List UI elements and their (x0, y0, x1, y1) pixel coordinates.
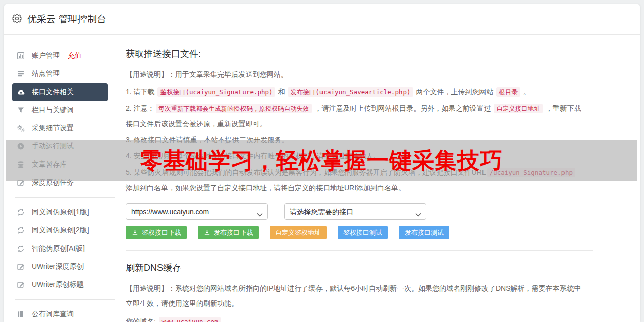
sidebar-item-label: 采集细节设置 (32, 124, 74, 133)
button-label: 鉴权接口测试 (343, 228, 382, 237)
sync-icon (17, 245, 25, 253)
sidebar-item-synonym-v1[interactable]: 同义词伪原创[1版] (12, 203, 108, 221)
edit-icon (17, 263, 25, 271)
instruction-text: 。 (521, 88, 530, 96)
buttons-row: 鉴权接口下载发布接口下载自定义鉴权地址鉴权接口测试发布接口测试 (126, 226, 640, 239)
sidebar-item-ai-rewrite[interactable]: 智能伪原创[AI版] (12, 239, 108, 258)
instruction-text: 1. 请下载 (126, 88, 156, 96)
code-snippet: 发布接口(ucaiyun_Savearticle.php) (288, 87, 413, 97)
domain-line: 您的域名: www.ucaiyun.com (126, 314, 581, 322)
site-select-wrap: https://www.ucaiyun.com (126, 203, 268, 220)
sidebar-item-account[interactable]: 账户管理充值 (12, 47, 108, 65)
publish-download-button[interactable]: 发布接口下载 (198, 226, 259, 239)
promo-overlay: 零基础学习，轻松掌握一键采集技巧 (6, 140, 637, 181)
instruction-text: ，请注意及时上传到网站根目录。另外，如果之前设置过 (313, 104, 493, 112)
sidebar-item-label: 同义词伪原创[1版] (32, 208, 89, 217)
app-header: 优采云 管理控制台 (4, 4, 640, 35)
code-snippet: 鉴权接口(ucaiyun_Signature.php) (157, 87, 275, 97)
sidebar-item-uwriter-deep[interactable]: UWriter深度原创 (12, 258, 108, 276)
sidebar-item-label: 公有词库查询 (32, 310, 74, 319)
domain-label: 您的域名: (126, 317, 156, 322)
auth-test-button[interactable]: 鉴权接口测试 (338, 226, 388, 239)
instruction-text: 2. 注意： (126, 104, 155, 112)
gears-icon (17, 124, 25, 132)
recharge-badge[interactable]: 充值 (68, 51, 82, 60)
selects-row: https://www.ucaiyun.com 请选择您需要的接口 (126, 203, 640, 220)
code-snippet: 自定义接口地址 (494, 104, 543, 113)
domain-value: www.ucaiyun.com (159, 317, 221, 322)
sidebar-item-columns-keywords[interactable]: 栏目与关键词 (12, 101, 108, 119)
sidebar-item-uwriter-title[interactable]: UWriter原创标题 (12, 276, 108, 294)
sync-icon (17, 208, 25, 216)
sidebar-item-label: 栏目与关键词 (32, 106, 74, 115)
auth-download-button[interactable]: 鉴权接口下载 (126, 226, 187, 239)
edit-icon (17, 281, 25, 289)
button-label: 发布接口下载 (214, 228, 253, 237)
sidebar-divider (15, 197, 115, 198)
sidebar-item-label: 同义词伪原创[2版] (32, 226, 89, 235)
download-icon (131, 229, 139, 236)
instruction-text: 和 (276, 88, 287, 96)
instruction-line: 1. 请下载 鉴权接口(ucaiyun_Signature.php) 和 发布接… (126, 84, 581, 100)
sidebar-item-sites[interactable]: 站点管理 (12, 65, 108, 83)
sidebar-item-label: 账户管理 (32, 51, 60, 60)
sidebar-item-label: 接口文件相关 (32, 88, 74, 97)
instruction-line: 2. 注意：每次重新下载都会生成新的授权码，原授权码自动失效 ，请注意及时上传到… (126, 101, 581, 131)
sidebar-divider (15, 299, 115, 300)
interface-select[interactable]: 请选择您需要的接口 (284, 203, 426, 220)
sidebar-item-synonym-v2[interactable]: 同义词伪原创[2版] (12, 221, 108, 239)
usage-note: 【用途说明】：用于文章采集完毕后发送到您网站。 (126, 67, 581, 82)
instruction-text: 添加到白名单，如果您设置了自定义接口地址，请将自定义的接口地址URI添加到白名单… (126, 184, 406, 192)
dns-usage-note: 【用途说明】：系统对您的网站域名所指向的IP地址进行了缓存，默认每6小时自动刷新… (126, 281, 581, 311)
code-snippet: 每次重新下载都会生成新的授权码，原授权码自动失效 (156, 104, 312, 113)
interface-select-wrap: 请选择您需要的接口 (284, 203, 426, 220)
button-label: 发布接口测试 (405, 228, 444, 237)
sidebar-item-public-thesaurus[interactable]: 公有词库查询 (12, 305, 108, 322)
instruction-text: 两个文件，上传到您网站 (414, 88, 496, 96)
book-icon (17, 310, 25, 318)
promo-text: 零基础学习，轻松掌握一键采集技巧 (140, 146, 503, 176)
site-select[interactable]: https://www.ucaiyun.com (126, 203, 268, 220)
code-snippet: 根目录 (496, 87, 520, 97)
filter-icon (17, 106, 25, 114)
app-title: 优采云 管理控制台 (27, 13, 106, 26)
sidebar-item-interface-files[interactable]: 接口文件相关 (12, 83, 108, 101)
list-icon (17, 70, 25, 78)
section-divider (126, 250, 593, 251)
sidebar-item-collect-settings[interactable]: 采集细节设置 (12, 119, 108, 137)
button-label: 鉴权接口下载 (142, 228, 181, 237)
download-icon (203, 229, 211, 236)
sidebar-item-label: UWriter原创标题 (32, 280, 84, 289)
section-title-dns: 刷新DNS缓存 (126, 262, 640, 274)
sidebar-item-label: 智能伪原创[AI版] (32, 244, 85, 253)
sidebar-item-label: 站点管理 (32, 69, 60, 78)
section-title-interface-files: 获取推送接口文件: (126, 48, 640, 60)
chart-bar-icon (17, 52, 25, 60)
sidebar-item-label: UWriter深度原创 (32, 262, 84, 271)
button-label: 自定义鉴权地址 (275, 228, 321, 237)
sync-icon (17, 226, 25, 234)
gear-icon (12, 14, 22, 25)
cloud-upload-icon (17, 88, 25, 96)
custom-auth-url-button[interactable]: 自定义鉴权地址 (270, 226, 327, 239)
publish-test-button[interactable]: 发布接口测试 (399, 226, 449, 239)
